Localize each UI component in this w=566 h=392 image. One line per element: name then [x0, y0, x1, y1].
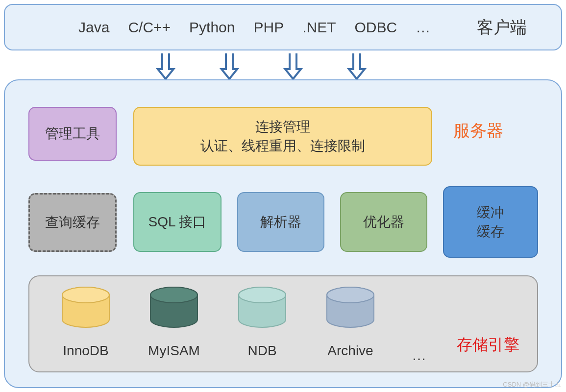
client-item: Java: [78, 19, 109, 36]
engine-label: MyISAM: [147, 341, 201, 360]
management-tools-label: 管理工具: [45, 124, 100, 143]
query-cache-box: 查询缓存: [28, 193, 117, 252]
client-item: .NET: [302, 19, 336, 36]
engine-ellipsis: …: [412, 345, 426, 366]
buffer-cache-line1: 缓冲: [477, 203, 504, 222]
storage-engine-layer: 存储引擎 InnoDB MyISAM NDB: [28, 275, 538, 372]
storage-engine-item: InnoDB: [59, 285, 113, 360]
arrow-down-icon: [156, 53, 175, 81]
client-items: Java C/C++ Python PHP .NET ODBC …: [78, 19, 430, 36]
engine-label: NDB: [235, 341, 289, 360]
connection-management-title: 连接管理: [255, 117, 310, 136]
client-item: C/C++: [128, 19, 171, 36]
server-layer: 管理工具 连接管理 认证、线程重用、连接限制 服务器 查询缓存 SQL 接口 解…: [4, 79, 562, 388]
engine-label: InnoDB: [59, 341, 113, 360]
client-item: Python: [189, 19, 235, 36]
svg-point-7: [327, 287, 374, 303]
sql-interface-box: SQL 接口: [133, 192, 221, 252]
storage-engine-item: MyISAM: [147, 285, 201, 360]
database-cylinder-icon: [147, 285, 201, 334]
client-label: 客户端: [477, 16, 527, 39]
storage-engine-item: Archive: [323, 285, 377, 360]
client-item: …: [416, 19, 430, 36]
watermark: CSDN @码到三十五: [503, 380, 561, 389]
server-label: 服务器: [453, 120, 503, 142]
svg-point-1: [62, 287, 109, 303]
arrows-group: [0, 50, 566, 79]
database-cylinder-icon: [235, 285, 289, 334]
storage-engine-label: 存储引擎: [457, 334, 519, 356]
client-item: PHP: [254, 19, 284, 36]
connection-management-box: 连接管理 认证、线程重用、连接限制: [133, 107, 432, 166]
database-cylinder-icon: [323, 285, 377, 334]
svg-point-5: [239, 287, 286, 303]
connection-management-desc: 认证、线程重用、连接限制: [200, 136, 365, 155]
arrow-down-icon: [220, 53, 239, 81]
sql-interface-label: SQL 接口: [148, 212, 207, 231]
buffer-cache-line2: 缓存: [477, 222, 504, 241]
optimizer-box: 优化器: [340, 192, 427, 252]
management-tools-box: 管理工具: [28, 107, 117, 161]
engine-label: Archive: [323, 341, 377, 360]
svg-point-3: [150, 287, 197, 303]
client-item: ODBC: [355, 19, 397, 36]
arrow-down-icon: [347, 53, 367, 81]
storage-engine-item: NDB: [235, 285, 289, 360]
arrow-down-icon: [283, 53, 303, 81]
client-layer: Java C/C++ Python PHP .NET ODBC … 客户端: [4, 4, 562, 50]
buffer-cache-box: 缓冲 缓存: [443, 186, 538, 258]
query-cache-label: 查询缓存: [45, 213, 100, 232]
optimizer-label: 优化器: [363, 212, 404, 231]
database-cylinder-icon: [59, 285, 113, 334]
parser-box: 解析器: [237, 192, 324, 252]
parser-label: 解析器: [260, 212, 301, 231]
